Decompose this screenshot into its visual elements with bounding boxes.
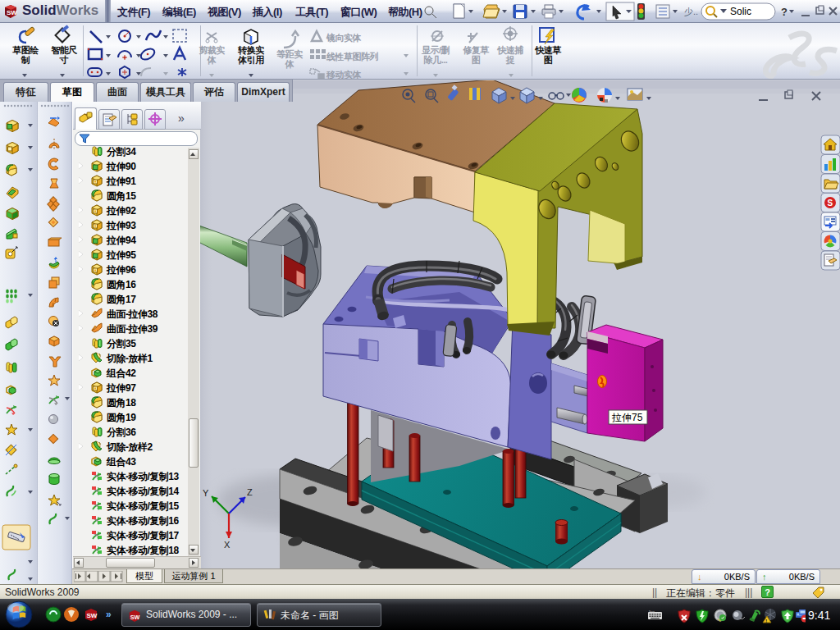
svg-text:»: » bbox=[106, 609, 112, 620]
svg-text:Snag: Snag bbox=[649, 610, 655, 614]
svg-text:SW: SW bbox=[87, 612, 98, 619]
svg-text:SW: SW bbox=[7, 9, 17, 16]
svg-text:?: ? bbox=[781, 6, 788, 18]
svg-text:S: S bbox=[828, 199, 833, 208]
svg-text:少..: 少.. bbox=[684, 7, 698, 16]
svg-text:拉伸75: 拉伸75 bbox=[611, 412, 643, 423]
svg-text:!: ! bbox=[765, 619, 767, 623]
svg-text:SW: SW bbox=[130, 614, 140, 621]
svg-text:Solic: Solic bbox=[730, 6, 751, 17]
svg-text:Y: Y bbox=[203, 488, 209, 498]
svg-text:Z: Z bbox=[247, 487, 253, 497]
svg-text:X: X bbox=[224, 540, 231, 550]
